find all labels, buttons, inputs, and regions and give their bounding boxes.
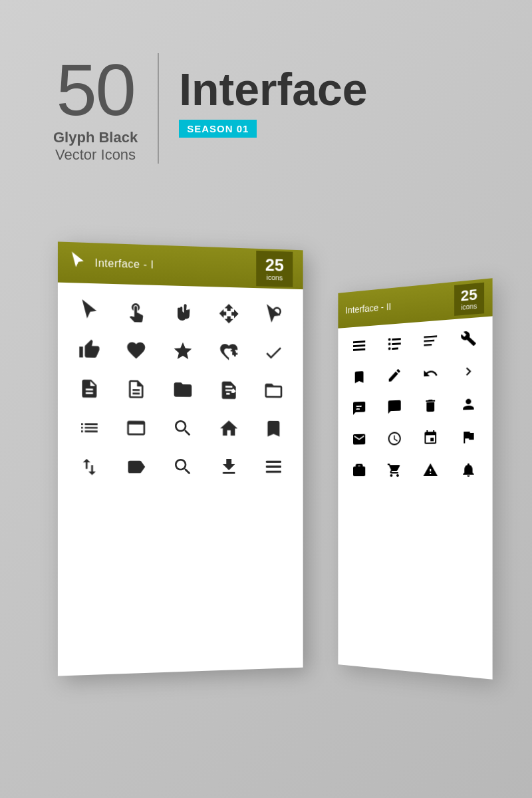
card-back-count-number: 25 xyxy=(461,287,477,304)
svg-rect-19 xyxy=(266,466,281,467)
chat-flag-icon xyxy=(384,396,404,418)
card-back: Interface - II 25 icons xyxy=(338,278,492,679)
svg-rect-1 xyxy=(353,344,365,347)
flag-icon xyxy=(458,426,479,448)
hero-right: Interface SEASON 01 xyxy=(179,53,367,138)
icon-grid-back xyxy=(338,317,492,491)
briefcase-icon xyxy=(350,460,369,481)
warning-icon xyxy=(420,460,441,481)
card-front: Interface - I 25 icons xyxy=(58,241,303,676)
move-icon xyxy=(215,300,241,327)
heart-add-icon xyxy=(215,338,241,365)
bookmark-fill-icon xyxy=(350,366,369,388)
clock-icon xyxy=(384,428,404,449)
card-back-title: Interface - II xyxy=(345,301,391,315)
checkmark-icon xyxy=(261,339,287,366)
heart-icon xyxy=(123,336,150,364)
svg-rect-18 xyxy=(266,461,281,463)
card-front-count-number: 25 xyxy=(265,256,284,274)
card-back-count: 25 icons xyxy=(454,283,484,316)
svg-rect-8 xyxy=(392,347,398,350)
document-edit-icon xyxy=(215,377,241,404)
chat-dots-icon xyxy=(350,398,369,419)
list-lines-icon xyxy=(420,330,441,352)
hero-subtitle1: Glyph Black xyxy=(53,129,138,146)
list-bullets-icon xyxy=(384,332,404,355)
svg-point-3 xyxy=(388,338,391,340)
thumbsup-icon xyxy=(76,336,103,363)
hero-title: Interface xyxy=(179,66,367,112)
card-back-count-label: icons xyxy=(461,303,477,311)
svg-rect-4 xyxy=(392,338,400,340)
svg-rect-11 xyxy=(424,344,432,346)
card-front-title: Interface - I xyxy=(95,257,154,271)
envelope-icon xyxy=(350,429,369,450)
cursor-header-icon xyxy=(68,251,86,273)
svg-rect-20 xyxy=(266,471,281,473)
trash-icon xyxy=(420,394,441,416)
svg-point-5 xyxy=(388,342,391,345)
bookmark-icon xyxy=(261,416,287,442)
hero-left: 50 Glyph Black Vector Icons xyxy=(53,53,159,164)
hero-number: 50 xyxy=(53,53,138,126)
tag-icon xyxy=(123,454,150,480)
magnify-icon xyxy=(170,454,196,480)
star-icon xyxy=(170,338,196,365)
browser-window-icon xyxy=(123,414,150,442)
undo-icon xyxy=(420,362,441,384)
svg-rect-0 xyxy=(353,340,365,343)
card-front-count-label: icons xyxy=(265,273,284,282)
hero-section: 50 Glyph Black Vector Icons Interface SE… xyxy=(53,53,368,164)
download-icon xyxy=(215,454,241,480)
home-icon xyxy=(215,415,241,442)
svg-rect-10 xyxy=(424,340,435,342)
hamburger-menu-icon xyxy=(350,335,369,357)
pencil-icon xyxy=(384,364,404,386)
cards-container: Interface - II 25 icons xyxy=(40,246,492,712)
svg-rect-6 xyxy=(392,342,400,345)
cursor-arrow-icon xyxy=(76,297,103,325)
search-icon xyxy=(170,415,196,442)
cart-icon xyxy=(384,460,404,481)
doc-rows-icon xyxy=(76,414,103,442)
card-front-header: Interface - I 25 icons xyxy=(58,241,303,289)
folder-open-icon xyxy=(261,378,287,404)
season-badge: SEASON 01 xyxy=(179,120,257,138)
bell-icon xyxy=(458,459,479,481)
svg-rect-17 xyxy=(234,351,236,356)
card-front-count: 25 icons xyxy=(256,251,293,287)
calendar-icon xyxy=(420,427,441,449)
menu-lines-icon xyxy=(261,454,287,479)
svg-point-7 xyxy=(388,347,391,350)
wrench-icon xyxy=(458,327,479,350)
grab-hand-icon xyxy=(170,299,196,326)
hero-subtitle2: Vector Icons xyxy=(53,146,138,164)
person-icon xyxy=(458,393,479,416)
document-list-icon xyxy=(123,376,150,403)
pages-icon xyxy=(76,454,103,481)
folder-icon xyxy=(170,376,196,403)
click-cursor-icon xyxy=(261,301,287,328)
svg-rect-2 xyxy=(353,348,365,351)
pointer-hand-icon xyxy=(123,298,150,325)
arrow-right-icon xyxy=(458,360,479,383)
svg-rect-9 xyxy=(424,335,438,338)
card-header-left: Interface - I xyxy=(68,251,154,275)
icon-grid-front xyxy=(58,283,303,494)
document-icon xyxy=(76,375,103,402)
